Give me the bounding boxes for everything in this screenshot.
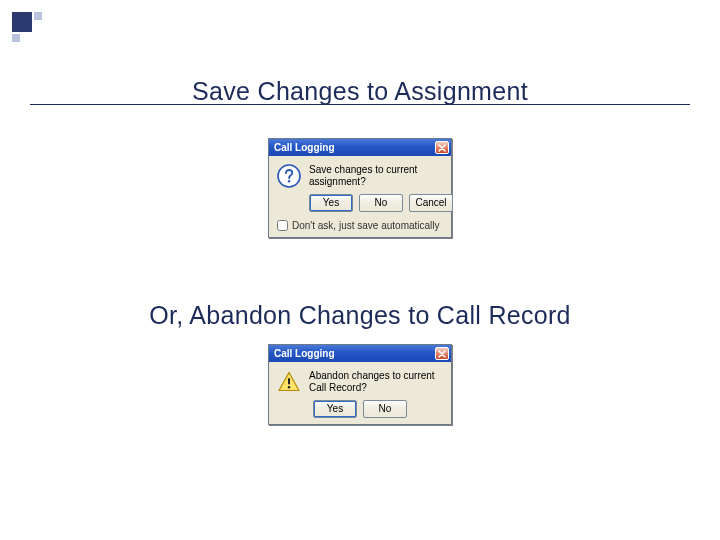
- close-icon[interactable]: [435, 141, 449, 154]
- svg-rect-2: [288, 378, 290, 385]
- dont-ask-checkbox[interactable]: [277, 220, 288, 231]
- close-icon[interactable]: [435, 347, 449, 360]
- dialog1-button-row: Yes No Cancel: [269, 194, 451, 218]
- dont-ask-label: Don't ask, just save automatically: [292, 220, 440, 231]
- dialog2-button-row: Yes No: [269, 400, 451, 424]
- dont-ask-row: Don't ask, just save automatically: [269, 218, 451, 237]
- dialog1-message: Save changes to current assignment?: [309, 164, 441, 188]
- no-button[interactable]: No: [363, 400, 407, 418]
- warning-icon: [277, 370, 301, 394]
- svg-point-3: [288, 386, 290, 388]
- dialog1-titlebar: Call Logging: [269, 139, 451, 156]
- yes-button[interactable]: Yes: [313, 400, 357, 418]
- dialog1-title: Call Logging: [274, 142, 335, 153]
- yes-button[interactable]: Yes: [309, 194, 353, 212]
- cancel-button[interactable]: Cancel: [409, 194, 453, 212]
- slide-heading-1: Save Changes to Assignment: [0, 77, 720, 106]
- abandon-changes-dialog: Call Logging Abandon changes to current …: [268, 344, 452, 425]
- question-icon: [277, 164, 301, 188]
- dialog2-titlebar: Call Logging: [269, 345, 451, 362]
- dialog2-body: Abandon changes to current Call Record?: [269, 362, 451, 400]
- dialog2-message: Abandon changes to current Call Record?: [309, 370, 441, 394]
- dialog2-title: Call Logging: [274, 348, 335, 359]
- dialog1-body: Save changes to current assignment?: [269, 156, 451, 194]
- save-changes-dialog: Call Logging Save changes to current ass…: [268, 138, 452, 238]
- slide-ornament: [12, 12, 48, 48]
- slide-heading-2: Or, Abandon Changes to Call Record: [0, 301, 720, 330]
- svg-point-1: [288, 180, 290, 182]
- no-button[interactable]: No: [359, 194, 403, 212]
- slide-divider: [30, 104, 690, 105]
